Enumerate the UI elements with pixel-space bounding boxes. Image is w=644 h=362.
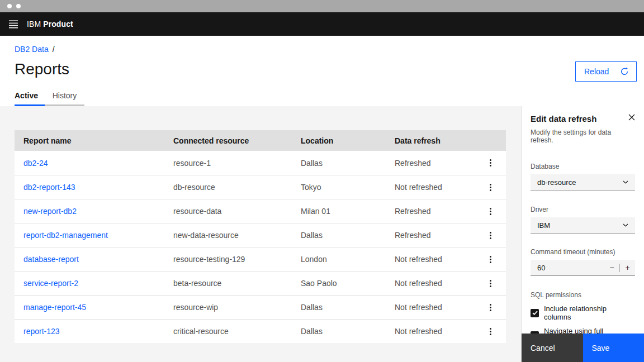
row-overflow-menu-button[interactable] [475, 159, 506, 166]
tab-active-label: Active [15, 87, 38, 100]
report-name-link[interactable]: database-report [15, 255, 164, 264]
page-title: Reports [15, 60, 69, 78]
hamburger-menu-button[interactable] [0, 12, 27, 36]
main-area: Report name Connected resource Location … [0, 106, 644, 362]
row-overflow-menu-button[interactable] [475, 328, 506, 335]
window-titlebar [0, 0, 644, 12]
report-name-link[interactable]: manage-report-45 [15, 303, 164, 312]
command-timeout-input[interactable]: 60 − + [531, 260, 635, 276]
connected-resource-cell: resource-1 [164, 159, 292, 168]
increment-button[interactable]: + [620, 260, 635, 275]
checkbox-label: Include relationship columns [544, 304, 635, 321]
window-control-dot[interactable] [16, 4, 21, 8]
cancel-button[interactable]: Cancel [522, 334, 583, 362]
brand-prefix: IBM [27, 20, 41, 28]
connected-resource-cell: db-resource [164, 183, 292, 192]
location-cell: London [292, 255, 386, 264]
table-row: service-report-2 beta-resource Sao Paolo… [15, 271, 506, 295]
data-refresh-cell: Not refreshed [386, 279, 475, 288]
report-name-link[interactable]: new-report-db2 [15, 207, 164, 216]
page-header: DB2 Data/ Reports Reload Active History [0, 36, 644, 106]
row-overflow-menu-button[interactable] [475, 256, 506, 263]
row-overflow-menu-button[interactable] [475, 232, 506, 239]
column-header-data-refresh: Data refresh [386, 136, 475, 145]
overflow-menu-icon [490, 304, 491, 311]
panel-close-button[interactable] [627, 113, 636, 123]
table-row: database-report resource-testing-129 Lon… [15, 247, 506, 271]
table-row: new-report-db2 resource-data Milan 01 Re… [15, 199, 506, 223]
tab-bar: Active History [15, 87, 84, 106]
table-row: db2-24 resource-1 Dallas Refreshed [15, 151, 506, 175]
row-overflow-menu-button[interactable] [475, 280, 506, 287]
connected-resource-cell: new-data-resource [164, 231, 292, 240]
overflow-menu-icon [490, 208, 491, 215]
database-label: Database [531, 163, 635, 170]
table-row: report-db2-management new-data-resource … [15, 223, 506, 247]
reload-button[interactable]: Reload [575, 61, 637, 82]
connected-resource-cell: resource-data [164, 207, 292, 216]
row-overflow-menu-button[interactable] [475, 184, 506, 191]
content-area: Report name Connected resource Location … [0, 106, 521, 362]
checkbox-checked-icon [531, 309, 539, 317]
tab-history-label: History [53, 87, 77, 100]
overflow-menu-icon [490, 328, 491, 335]
brand-name: Product [43, 20, 73, 28]
database-dropdown[interactable]: db-resource [531, 174, 635, 190]
overflow-menu-icon [490, 159, 491, 166]
data-refresh-cell: Refreshed [386, 231, 475, 240]
connected-resource-cell: critical-resource [164, 327, 292, 336]
data-refresh-cell: Refreshed [386, 159, 475, 168]
refresh-icon [620, 67, 629, 76]
window-control-dot[interactable] [7, 4, 12, 8]
database-dropdown-value: db-resource [537, 178, 576, 187]
table-row: db2-report-143 db-resource Tokyo Not ref… [15, 175, 506, 199]
overflow-menu-icon [490, 256, 491, 263]
connected-resource-cell: resource-wip [164, 303, 292, 312]
panel-title: Edit data refresh [531, 114, 596, 123]
edit-data-refresh-panel: Edit data refresh Modify the settings fo… [521, 106, 644, 362]
checkbox-include-relationship-columns[interactable]: Include relationship columns [531, 304, 635, 321]
table-body: db2-24 resource-1 Dallas Refreshed db2-r… [15, 151, 506, 343]
connected-resource-cell: beta-resource [164, 279, 292, 288]
report-name-link[interactable]: report-db2-management [15, 231, 164, 240]
command-timeout-label: Command timeout (minutes) [531, 248, 635, 256]
close-icon [628, 114, 635, 121]
row-overflow-menu-button[interactable] [475, 208, 506, 215]
report-name-link[interactable]: db2-24 [15, 159, 164, 168]
row-overflow-menu-button[interactable] [475, 304, 506, 311]
breadcrumb-separator: / [53, 45, 55, 54]
tab-history[interactable]: History [45, 87, 84, 106]
tab-active[interactable]: Active [15, 87, 45, 106]
breadcrumb: DB2 Data/ [15, 45, 55, 54]
table-row: manage-report-45 resource-wip Dallas Not… [15, 295, 506, 319]
overflow-menu-icon [490, 280, 491, 287]
app-brand: IBMProduct [27, 20, 73, 28]
column-header-location: Location [292, 136, 386, 145]
overflow-menu-icon [490, 184, 491, 191]
sql-permissions-label: SQL permissions [531, 291, 635, 299]
location-cell: Dallas [292, 159, 386, 168]
report-name-link[interactable]: report-123 [15, 327, 164, 336]
column-header-report-name: Report name [15, 136, 164, 145]
table-header-row: Report name Connected resource Location … [15, 130, 506, 151]
driver-dropdown[interactable]: IBM [531, 217, 635, 234]
table-row: report-123 critical-resource Dallas Not … [15, 319, 506, 343]
chevron-down-icon [623, 223, 628, 227]
save-button[interactable]: Save [583, 334, 644, 362]
reload-button-label: Reload [584, 67, 609, 76]
overflow-menu-icon [490, 232, 491, 239]
breadcrumb-link-db2-data[interactable]: DB2 Data [15, 45, 49, 54]
location-cell: Dallas [292, 303, 386, 312]
report-name-link[interactable]: db2-report-143 [15, 183, 164, 192]
chevron-down-icon [623, 180, 628, 184]
data-refresh-cell: Refreshed [386, 207, 475, 216]
panel-subtitle: Modify the settings for data refresh. [531, 128, 635, 144]
column-header-connected-resource: Connected resource [164, 136, 292, 145]
decrement-button[interactable]: − [604, 260, 619, 275]
reports-table: Report name Connected resource Location … [15, 130, 506, 343]
report-name-link[interactable]: service-report-2 [15, 279, 164, 288]
location-cell: Dallas [292, 327, 386, 336]
app-header: IBMProduct [0, 12, 644, 36]
driver-label: Driver [531, 206, 635, 213]
data-refresh-cell: Not refreshed [386, 303, 475, 312]
